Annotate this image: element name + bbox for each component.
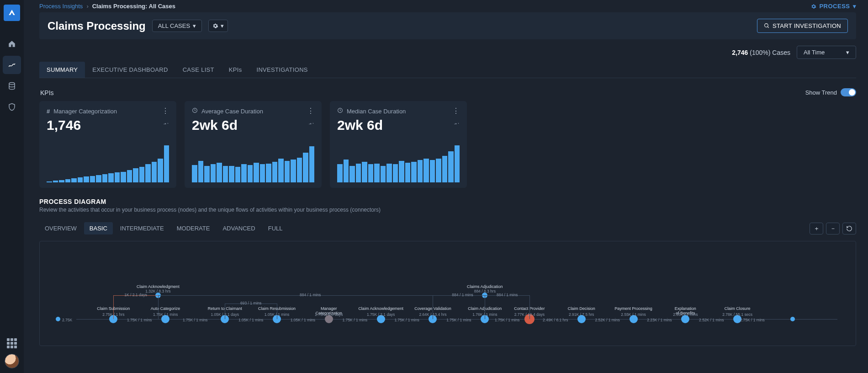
breadcrumb-link[interactable]: Process Insights [39,3,83,10]
kpi-sparkline [337,141,460,182]
nav-data-icon[interactable] [3,77,21,95]
svg-point-1 [765,24,768,27]
view-tabs: SUMMARYEXECUTIVE DASHBOARDCASE LISTKPIsI… [39,62,856,78]
refresh-icon [846,225,852,232]
kpi-icon: # [47,108,50,115]
tab-executive-dashboard[interactable]: EXECUTIVE DASHBOARD [85,62,175,78]
case-count: 2,746 (100%) Cases [732,49,790,56]
cases-filter-dropdown[interactable]: ALL CASES ▾ [152,20,202,32]
tab-case-list[interactable]: CASE LIST [175,62,222,78]
kpi-title: Average Case Duration [201,108,303,115]
zoom-out-button[interactable]: － [826,223,840,234]
diagram-level-tabs: OVERVIEWBASICINTERMEDIATEMODERATEADVANCE… [39,222,288,234]
left-sidebar [0,0,24,373]
reset-zoom-button[interactable] [842,223,856,234]
kpi-menu-icon[interactable]: ⋮ [162,107,169,115]
svg-line-2 [767,27,769,28]
diagram-level-intermediate[interactable]: INTERMEDIATE [115,222,169,234]
process-diagram-desc: Review the activities that occur in your… [39,207,856,213]
kpi-card[interactable]: Average Case Duration⋮2wk 6d [185,101,322,188]
start-investigation-label: START INVESTIGATION [773,22,841,29]
kpi-icon [192,107,198,115]
pin-icon[interactable] [454,120,460,127]
kpi-menu-icon[interactable]: ⋮ [307,107,314,115]
gear-icon [811,4,816,9]
kpi-title: Median Case Duration [347,108,449,115]
apps-menu-icon[interactable] [7,338,17,348]
nav-process-icon[interactable] [3,56,21,74]
kpi-card[interactable]: #Manager Categorization⋮1,746 [39,101,176,188]
diagram-level-advanced[interactable]: ADVANCED [217,222,260,234]
zoom-in-button[interactable]: ＋ [810,223,823,234]
breadcrumb-current: Claims Processing: All Cases [92,3,175,10]
kpi-icon [337,107,343,115]
time-range-label: All Time [804,49,825,56]
user-avatar[interactable] [5,354,19,368]
settings-dropdown[interactable]: ▾ [208,20,228,32]
process-menu-label: PROCESS [819,3,850,10]
caret-down-icon: ▾ [846,49,849,56]
kpi-sparkline [192,141,314,182]
kpi-title: Manager Categorization [53,108,158,115]
diagram-level-full[interactable]: FULL [263,222,288,234]
diagram-level-basic[interactable]: BASIC [84,222,113,234]
tab-investigations[interactable]: INVESTIGATIONS [249,62,315,78]
kpi-card[interactable]: Median Case Duration⋮2wk 6d [330,101,467,188]
svg-point-0 [9,83,15,85]
start-investigation-button[interactable]: START INVESTIGATION [757,19,848,33]
pin-icon[interactable] [309,120,314,127]
process-diagram-canvas[interactable]: 2.75KClaim Submission2.75K / 1 hrsAuto C… [39,241,856,346]
caret-down-icon: ▾ [853,3,857,10]
kpi-value: 2wk 6d [337,117,460,133]
diagram-level-moderate[interactable]: MODERATE [171,222,216,234]
process-diagram-title: PROCESS DIAGRAM [39,198,856,205]
tab-summary[interactable]: SUMMARY [39,62,85,78]
page-title: Claims Processing [48,20,146,32]
tab-kpis[interactable]: KPIs [222,62,249,78]
chevron-right-icon: › [86,3,88,10]
nav-security-icon[interactable] [3,98,21,116]
kpi-sparkline [47,141,169,182]
caret-down-icon: ▾ [221,22,224,29]
show-trend-toggle[interactable] [841,88,856,96]
kpi-section-title: KPIs [40,89,54,96]
kpi-menu-icon[interactable]: ⋮ [452,107,460,115]
gear-icon [212,23,218,29]
kpi-value: 1,746 [47,117,169,133]
diagram-level-overview[interactable]: OVERVIEW [39,222,82,234]
process-menu[interactable]: PROCESS ▾ [811,3,856,10]
brand-logo[interactable] [4,5,20,21]
cases-filter-label: ALL CASES [158,22,190,29]
caret-down-icon: ▾ [193,22,196,29]
search-icon [764,23,770,29]
pin-icon[interactable] [164,120,169,127]
show-trend-label: Show Trend [805,89,837,96]
breadcrumb: Process Insights › Claims Processing: Al… [39,3,175,10]
kpi-value: 2wk 6d [192,117,314,133]
time-range-dropdown[interactable]: All Time ▾ [797,46,856,59]
page-header: Claims Processing ALL CASES ▾ ▾ START IN… [39,12,856,39]
nav-home-icon[interactable] [3,35,21,53]
